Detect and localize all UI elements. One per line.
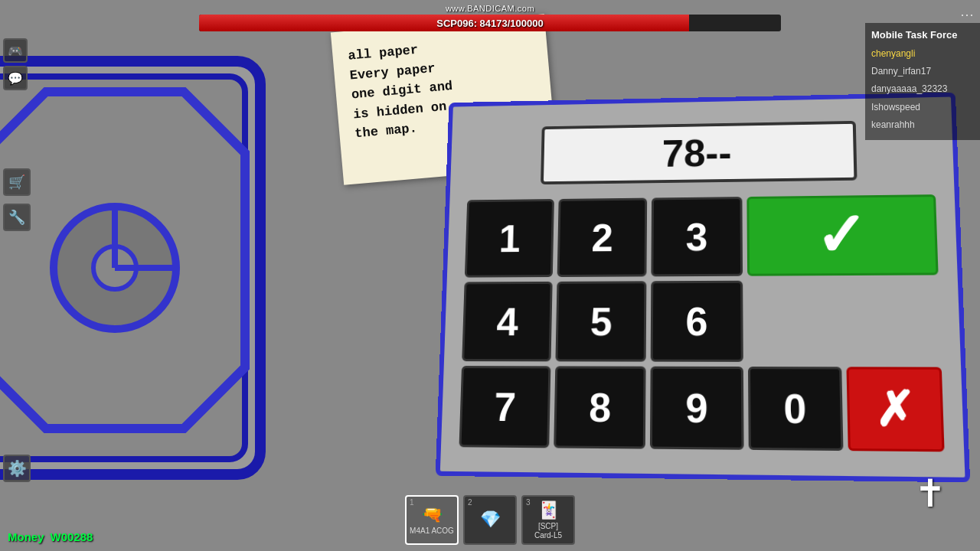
keypad-grid: 1 2 3 ✓ 4 5 6 7 8 9 0 ✗	[459, 194, 944, 452]
inv-slot-3-number: 3	[526, 498, 531, 507]
health-bar-container: SCP096: 84173/100000	[199, 15, 781, 31]
top-left-icons: 🎮 💬	[3, 38, 28, 90]
player-danya: danyaaaaa_32323	[871, 80, 974, 98]
health-bar-text: SCP096: 84173/100000	[436, 18, 544, 29]
tools-icon[interactable]: 🔧	[3, 204, 31, 231]
keypad-display: 78--	[541, 121, 857, 184]
keypad-panel: 78-- 1 2 3 ✓ 4 5 6 7 8 9 0 ✗	[436, 93, 970, 483]
player-keanrahhh: keanrahhh	[871, 116, 974, 134]
money-label: Money	[8, 530, 44, 543]
right-panel: Mobile Task Force chenyangli Danny_irfan…	[865, 23, 980, 140]
keypad-btn-1[interactable]: 1	[465, 199, 554, 278]
money-amount: W00288	[51, 530, 93, 543]
player-chenyangli: chenyangli	[871, 45, 974, 63]
keypad-btn-8[interactable]: 8	[554, 366, 646, 448]
inventory: 1 🔫 M4A1 ACOG 2 💎 3 🃏 [SCP]Card-L5	[405, 495, 575, 545]
keypad-btn-cancel[interactable]: ✗	[846, 367, 944, 452]
keypad-btn-5[interactable]: 5	[556, 281, 647, 361]
bandicam-bar: www.BANDICAM.com SCP096: 84173/100000	[0, 0, 980, 35]
player-ishowspeed: Ishowspeed	[871, 99, 974, 116]
inv-slot-2-number: 2	[468, 498, 472, 507]
inv-slot-3-label: [SCP]Card-L5	[534, 522, 562, 540]
keypad-btn-7[interactable]: 7	[459, 366, 550, 448]
keypad-btn-2[interactable]: 2	[557, 198, 648, 277]
more-options-icon[interactable]: ⋯	[960, 6, 974, 23]
inv-slot-1-label: M4A1 ACOG	[410, 527, 454, 536]
keypad-btn-6[interactable]: 6	[651, 281, 743, 362]
keypad-btn-0[interactable]: 0	[748, 367, 844, 451]
keypad-btn-4[interactable]: 4	[462, 282, 553, 361]
inv-slot-1[interactable]: 1 🔫 M4A1 ACOG	[405, 495, 459, 545]
bottom-hud: Money W00288 1 🔫 M4A1 ACOG 2 💎 3 🃏 [SCP]…	[0, 490, 980, 551]
money-display: Money W00288	[8, 530, 93, 543]
vault-door	[0, 46, 276, 490]
keypad-btn-9[interactable]: 9	[650, 367, 743, 450]
inv-slot-2[interactable]: 2 💎	[463, 495, 517, 545]
inv-slot-1-number: 1	[410, 498, 414, 507]
roblox-icon[interactable]: 🎮	[3, 38, 28, 63]
keypad-btn-3[interactable]: 3	[652, 197, 743, 276]
shop-icon[interactable]: 🛒	[3, 168, 31, 196]
gear-icon[interactable]: ⚙️	[3, 455, 31, 482]
left-icons: 🛒 🔧	[3, 168, 31, 231]
keypad-btn-confirm[interactable]: ✓	[746, 194, 939, 276]
chat-icon[interactable]: 💬	[3, 66, 28, 90]
keypad-display-text: 78--	[662, 130, 732, 175]
player-danny: Danny_irfan17	[871, 63, 974, 80]
bandicam-url: www.BANDICAM.com	[446, 4, 534, 13]
inv-slot-3[interactable]: 3 🃏 [SCP]Card-L5	[521, 495, 575, 545]
